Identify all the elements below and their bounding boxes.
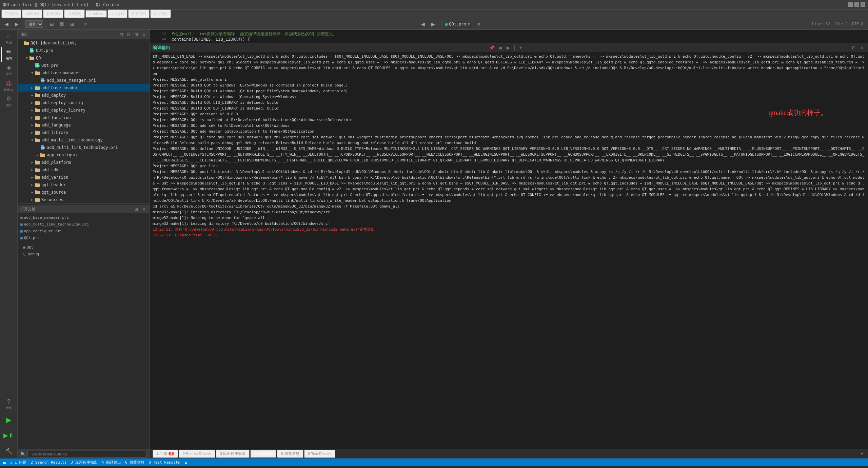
tree-item-qqt-pro-root[interactable]: PROQQt.pro [18,47,150,54]
sidebar-filter-btn[interactable]: ⊟ [118,32,124,38]
icon-design[interactable]: ◈ 设计 [1,62,16,77]
project-selector[interactable]: 项目 [25,20,43,28]
tree-label-add-deploy: add_deploy [41,93,66,98]
tab-search-results[interactable]: 2 Search Results [179,450,215,458]
run-button[interactable]: ▶ [1,412,16,427]
sidebar-sync-btn[interactable]: ⛓ [126,32,132,38]
tree-item-add-multi-link-technology-pri[interactable]: PRIadd_multi_link_technology.pri [18,144,150,151]
debug-run-button[interactable]: ▶⏸ [1,428,16,443]
output-line-16: mingw32-make[1]: Entering directory 'R:/… [153,209,865,215]
tree-item-add-base-manager-pri[interactable]: PRIadd_base_manager.pri [18,77,150,84]
output-next-btn[interactable]: ▶ [505,44,512,51]
tree-item-add-sdk[interactable]: ▶add_sdk [18,166,150,174]
toolbar-layout-button[interactable]: ≡ [81,20,90,28]
icon-welcome[interactable]: ⌂ 欢迎 [1,31,16,46]
line-num-44: 44 [153,37,166,42]
output-prev-btn[interactable]: ◀ [497,44,504,51]
toolbar-prev-tab[interactable]: ◀ [419,20,428,28]
close-button[interactable]: ✕ [861,2,865,7]
menu-item-analyze[interactable]: Analyze [85,10,107,18]
tree-item-resources[interactable]: ▶Resources [18,196,150,203]
output-float-btn[interactable]: ⊡ [850,44,857,51]
tree-item-qqt-source[interactable]: ▶qqt_source [18,189,150,196]
close-tab-button[interactable]: ✕ [474,20,483,28]
menu-item-h[interactable]: 帮助(H) [150,9,171,18]
open-docs-item-QQtpro[interactable]: ▣QQt.pro [18,234,150,241]
tab-test-results[interactable]: 8 Test Results [304,450,336,458]
menu-item-t[interactable]: 工具(T) [107,9,127,18]
icon-welcome-label: 欢迎 [6,40,12,45]
icon-project[interactable]: ⚙ 项目 [1,94,16,109]
search-input[interactable] [27,451,147,457]
tree-item-add-base-manager[interactable]: ▼add_base_manager [18,69,150,77]
tree-item-add-deploy-config[interactable]: ▶add_deploy_config [18,99,150,106]
menu-item-e[interactable]: 编辑(E) [22,9,42,18]
toolbar-expand-button[interactable]: ⊞ [68,20,77,28]
icon-debug[interactable]: 🐞 Debug [1,78,16,93]
toolbar-next-tab[interactable]: ▶ [429,20,438,28]
tree-item-app-configure[interactable]: ▶app_configure [18,151,150,159]
menu-item-b[interactable]: 构建(B) [43,9,63,18]
output-expand-btn[interactable]: + [517,44,524,51]
open-docs-item-addbasemanagerpri[interactable]: ▣add_base_manager.pri [18,214,150,221]
tree-label-add-base-manager: add_base_manager [41,71,81,75]
tab-issues-badge: 1 [169,452,174,455]
tree-label-add-multi-link-technology: add_multi_link_technology [41,138,103,142]
output-line-1: Project MESSAGE: add_platform.pri [153,77,865,82]
tree-item-add-base-header[interactable]: ▶add_base_header [18,84,150,92]
output-close-btn[interactable]: ✕ [859,44,865,51]
open-docs-item-addmultilinktechnologypri[interactable]: ▣add_multi_link_technology.pri [18,221,150,228]
tree-item-add-language[interactable]: ▶add_language [18,121,150,129]
tree-item-add-multi-link-technology[interactable]: ▼add_multi_link_technology [18,136,150,144]
tree-item-add-deploy-library[interactable]: ▶add_deploy_library [18,106,150,114]
tree-arrow-add-sdk: ▶ [30,168,35,172]
menu-item-f[interactable]: 文件(F) [1,9,21,18]
tab-overview[interactable]: 6 概要信息 [277,450,303,458]
open-docs-icon-QQtpro: ▣ [20,236,23,240]
tree-item-qqt-folder[interactable]: ▼QQt [18,54,150,62]
output-line-7: Project MESSAGE: QQt version: v3.0.0.0 [153,111,865,117]
bottom-tabs-toggle[interactable]: ▼ [859,450,865,457]
sidebar-layout-btn[interactable]: ≡ [141,32,147,38]
icon-edit[interactable]: ✏ 编辑 [1,47,16,62]
sidebar-add-btn[interactable]: ⊞ [133,32,139,38]
icon-help[interactable]: ? 帮助 [1,397,16,412]
open-docs-add-btn[interactable]: ⊞ [133,206,139,212]
tree-item-add-version[interactable]: ▶add_version [18,174,150,181]
tree-item-qqt-header[interactable]: ▶qqt_header [18,181,150,189]
tree-item-qqt-pro[interactable]: PROQQt.pro [18,62,150,69]
tree-label-add-platform: add_platform [41,160,71,165]
build-button[interactable]: 🔨 [1,444,16,459]
open-docs-layout-btn[interactable]: ≡ [141,206,147,212]
toolbar-forward-button[interactable]: ▶ [12,20,21,28]
tree-item-add-deploy[interactable]: ▶add_deploy [18,92,150,99]
toolbar-filter-button[interactable]: ⊟ [47,20,56,28]
status-tabs-toggle[interactable]: ▲ [184,460,188,464]
open-docs-icon-addbasemanagerpri: ▣ [20,215,23,220]
menu-item-w[interactable]: 控件(W) [128,9,150,18]
status-line-col: Line: 52, Col: 1 [812,22,848,26]
menu-item-d[interactable]: 调试(D) [64,9,85,18]
output-pin-btn[interactable]: 📌 [489,44,495,51]
toolbar-link-button[interactable]: ⛓ [58,20,66,28]
output-line-0: $QT_MODULE_BIN_BASE >> mkspecs\modules\q… [153,54,865,77]
maximize-button[interactable]: □ [854,2,859,7]
toolbar-back-button[interactable]: ◀ [2,20,11,28]
debug-item[interactable]: ⬡ Debug [20,251,147,257]
tab-build-output[interactable]: 4 编译输出 [250,450,276,458]
tab-app-output[interactable]: 3 应用程序输出 [216,450,250,458]
tree-arrow-add-deploy-config: ▶ [30,101,35,104]
tree-icon-add-base-header [35,85,40,91]
output-area[interactable]: qmake成功的样子。$QT_MODULE_BIN_BASE >> mkspec… [150,52,868,449]
minimize-button[interactable]: — [848,2,853,7]
tree-item-qqt-dev[interactable]: QQt [dev-multilink] [18,39,150,47]
qqt-item[interactable]: ▣ QQt [20,244,147,251]
status-panel-btn[interactable]: ☰ [3,460,6,465]
tree-item-add-function[interactable]: ▶add_function [18,114,150,121]
tree-item-add-library[interactable]: ▶add_library [18,129,150,136]
output-collapse-btn[interactable]: - [526,44,532,51]
tab-issues[interactable]: 1 问题 1 [153,450,178,458]
open-docs-item-appconfigurepri[interactable]: ▣app_configure.pri [18,228,150,234]
svg-rect-32 [35,123,37,124]
tree-item-add-platform[interactable]: ▶add_platform [18,159,150,166]
